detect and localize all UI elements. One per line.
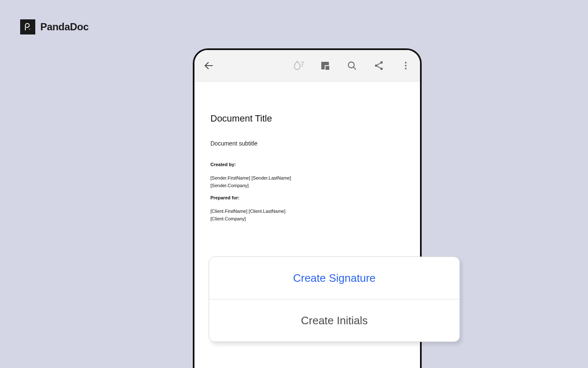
app-toolbar <box>194 50 420 82</box>
more-vertical-icon[interactable] <box>400 60 412 71</box>
created-by-label: Created by: <box>210 162 404 167</box>
client-company: [Client.Company] <box>210 215 404 223</box>
ink-drop-icon[interactable] <box>292 60 304 71</box>
brand-mark-icon <box>20 19 35 34</box>
client-name: [Client.FirstName] [Client.LastName] <box>210 208 404 215</box>
action-sheet: Create Signature Create Initials <box>209 257 460 342</box>
brand-name: PandaDoc <box>40 21 89 33</box>
document-preview: Document Title Document subtitle Created… <box>194 82 420 237</box>
prepared-for-block: Prepared for: [Client.FirstName] [Client… <box>210 195 404 222</box>
svg-point-0 <box>29 29 30 29</box>
share-icon[interactable] <box>373 60 385 71</box>
document-subtitle: Document subtitle <box>210 140 404 147</box>
svg-point-10 <box>381 61 383 64</box>
create-signature-button[interactable]: Create Signature <box>209 257 459 299</box>
search-icon[interactable] <box>346 60 358 71</box>
created-by-block: Created by: [Sender.FirstName] [Sender.L… <box>210 162 404 189</box>
sender-company: [Sender.Company] <box>210 182 404 190</box>
svg-point-12 <box>381 68 383 70</box>
sender-name: [Sender.FirstName] [Sender.LastName] <box>210 175 404 182</box>
svg-point-14 <box>405 65 407 66</box>
back-button[interactable] <box>203 60 215 71</box>
svg-point-11 <box>375 64 378 67</box>
svg-point-13 <box>405 62 407 64</box>
brand-logo: PandaDoc <box>20 19 89 34</box>
create-initials-button[interactable]: Create Initials <box>209 299 459 342</box>
prepared-for-label: Prepared for: <box>210 195 404 200</box>
document-title: Document Title <box>210 113 404 124</box>
svg-point-15 <box>405 68 407 69</box>
svg-rect-7 <box>326 66 329 70</box>
svg-line-9 <box>353 67 355 69</box>
layout-icon[interactable] <box>319 60 331 71</box>
